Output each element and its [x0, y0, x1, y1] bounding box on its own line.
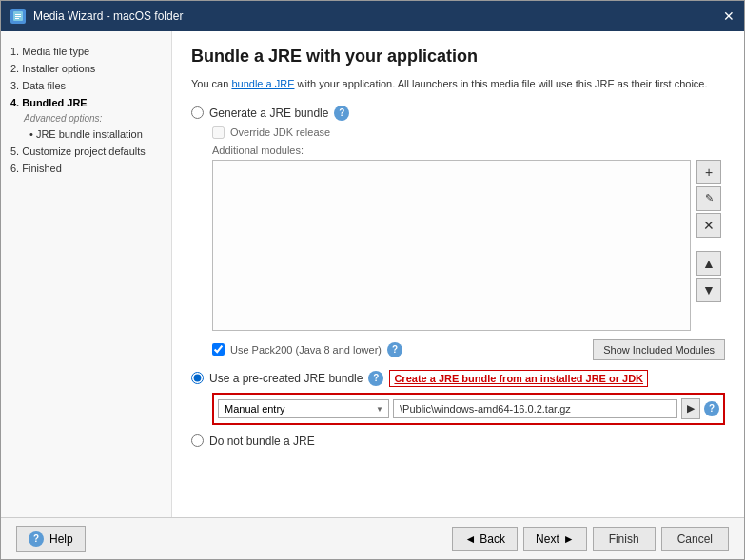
manual-entry-row: Manual entry Browse... ▶ ? — [212, 393, 725, 425]
main-content: 1. Media file type 2. Installer options … — [1, 31, 744, 517]
remove-module-button[interactable]: ✕ — [696, 213, 721, 238]
sidebar-item-data-files[interactable]: 3. Data files — [10, 77, 162, 94]
add-module-button[interactable]: + — [696, 160, 721, 184]
app-icon — [10, 9, 26, 24]
do-not-bundle-label: Do not bundle a JRE — [209, 434, 315, 448]
override-jdk-checkbox[interactable] — [212, 126, 225, 139]
manual-entry-select[interactable]: Manual entry Browse... — [218, 399, 389, 418]
title-bar-left: Media Wizard - macOS folder — [10, 9, 183, 24]
additional-modules-label: Additional modules: — [212, 145, 725, 156]
window-title: Media Wizard - macOS folder — [33, 10, 183, 23]
do-not-bundle-row: Do not bundle a JRE — [191, 434, 725, 448]
jre-path-input[interactable] — [393, 399, 677, 418]
pre-created-label: Use a pre-created JRE bundle — [209, 372, 363, 385]
help-icon: ? — [29, 531, 44, 547]
browse-arrow-button[interactable]: ▶ — [681, 398, 700, 419]
sidebar-item-media-file-type[interactable]: 1. Media file type — [10, 43, 162, 60]
description: You can bundle a JRE with your applicati… — [191, 76, 725, 92]
pack200-left: Use Pack200 (Java 8 and lower) ? — [212, 342, 402, 357]
move-down-button[interactable]: ▼ — [696, 278, 721, 302]
help-button[interactable]: ? Help — [16, 526, 86, 552]
pre-created-section: Use a pre-created JRE bundle ? Create a … — [191, 370, 725, 425]
finish-button[interactable]: Finish — [593, 527, 656, 551]
cancel-button[interactable]: Cancel — [661, 527, 729, 551]
sidebar: 1. Media file type 2. Installer options … — [1, 31, 172, 517]
sidebar-item-jre-bundle-installation[interactable]: • JRE bundle installation — [10, 126, 162, 143]
generate-jre-row: Generate a JRE bundle ? — [191, 106, 725, 121]
manual-select-wrapper: Manual entry Browse... — [218, 399, 389, 418]
svg-rect-1 — [15, 14, 21, 15]
pack200-help-icon[interactable]: ? — [387, 342, 402, 357]
path-help-icon[interactable]: ? — [704, 401, 719, 416]
pre-created-row: Use a pre-created JRE bundle ? Create a … — [191, 370, 725, 387]
main-window: Media Wizard - macOS folder ✕ 1. Media f… — [0, 0, 745, 560]
sidebar-item-bundled-jre[interactable]: 4. Bundled JRE — [10, 94, 162, 111]
generate-jre-label: Generate a JRE bundle — [209, 106, 328, 120]
sidebar-item-installer-options[interactable]: 2. Installer options — [10, 60, 162, 77]
footer-right: ◄ Back Next ► Finish Cancel — [452, 527, 729, 551]
sidebar-advanced-label: Advanced options: — [10, 111, 162, 126]
generate-jre-help-icon[interactable]: ? — [334, 106, 349, 121]
move-up-button[interactable]: ▲ — [696, 251, 721, 276]
pre-created-help-icon[interactable]: ? — [368, 371, 383, 386]
bundle-jre-link[interactable]: bundle a JRE — [231, 78, 294, 89]
close-button[interactable]: ✕ — [723, 9, 735, 24]
next-button[interactable]: Next ► — [523, 527, 587, 551]
override-jdk-row: Override JDK release — [212, 126, 725, 139]
create-bundle-link[interactable]: Create a JRE bundle from an installed JR… — [389, 370, 648, 387]
footer-left: ? Help — [16, 526, 86, 552]
modules-side-buttons: + ✎ ✕ ▲ ▼ — [696, 160, 721, 302]
modules-area: + ✎ ✕ ▲ ▼ — [212, 160, 691, 334]
sidebar-item-finished[interactable]: 6. Finished — [10, 160, 162, 177]
sidebar-item-customize-project[interactable]: 5. Customize project defaults — [10, 143, 162, 160]
additional-modules-textarea[interactable] — [212, 160, 691, 331]
override-jdk-label: Override JDK release — [230, 126, 330, 138]
svg-rect-2 — [15, 16, 21, 17]
back-button[interactable]: ◄ Back — [452, 527, 518, 551]
svg-rect-3 — [15, 18, 19, 19]
pack200-label: Use Pack200 (Java 8 and lower) — [230, 344, 382, 356]
generate-jre-radio[interactable] — [191, 106, 204, 119]
edit-module-button[interactable]: ✎ — [696, 186, 721, 211]
pack200-row: Use Pack200 (Java 8 and lower) ? Show In… — [212, 339, 725, 360]
pack200-checkbox[interactable] — [212, 343, 225, 356]
title-bar: Media Wizard - macOS folder ✕ — [1, 1, 744, 31]
generate-jre-section: Generate a JRE bundle ? Override JDK rel… — [191, 106, 725, 360]
page-title: Bundle a JRE with your application — [191, 47, 725, 67]
pre-created-radio[interactable] — [191, 372, 204, 384]
footer: ? Help ◄ Back Next ► Finish Cancel — [1, 517, 744, 559]
show-included-modules-button[interactable]: Show Included Modules — [593, 339, 725, 360]
no-bundle-radio[interactable] — [191, 434, 204, 447]
content-panel: Bundle a JRE with your application You c… — [172, 31, 744, 517]
